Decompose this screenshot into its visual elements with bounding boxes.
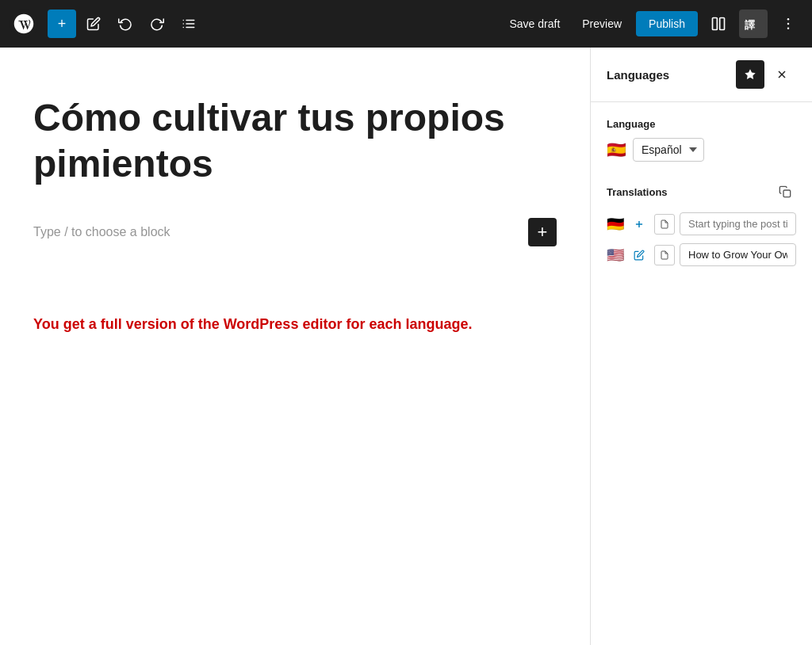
block-placeholder-row: Type / to choose a block + [33, 212, 557, 253]
svg-rect-6 [713, 18, 718, 30]
languages-panel: Languages Language 🇪🇸 [590, 48, 812, 645]
translate-button[interactable]: 譯 [739, 10, 768, 38]
language-select[interactable]: Español English Deutsch Français [633, 138, 704, 162]
main-toolbar: + Save draft Prev [0, 0, 812, 48]
translations-label: Translations [607, 186, 668, 198]
view-toggle-button[interactable] [704, 10, 733, 38]
svg-point-10 [787, 23, 790, 25]
list-view-button[interactable] [174, 10, 203, 38]
translation-doc-en-button[interactable] [654, 245, 675, 265]
translations-header: Translations [607, 181, 796, 203]
edit-tool-button[interactable] [79, 10, 108, 38]
post-title[interactable]: Cómo cultivar tus propios pimientos [33, 95, 557, 186]
doc-icon [660, 219, 669, 229]
pencil-icon [86, 17, 101, 31]
panel-header-actions [736, 60, 796, 89]
wp-logo[interactable] [10, 10, 38, 38]
language-select-row: 🇪🇸 Español English Deutsch Français [607, 138, 796, 162]
svg-marker-12 [745, 69, 755, 79]
add-translation-de-button[interactable] [629, 214, 649, 235]
more-options-icon [780, 16, 796, 32]
selected-language-flag: 🇪🇸 [607, 140, 626, 159]
doc-icon-en [660, 250, 669, 260]
star-icon [744, 68, 756, 81]
copy-icon [779, 185, 791, 198]
panel-body: Language 🇪🇸 Español English Deutsch Fran… [591, 102, 812, 645]
list-view-icon [182, 17, 196, 31]
main-layout: Cómo cultivar tus propios pimientos Type… [0, 48, 812, 645]
translation-row-de: 🇩🇪 [607, 212, 796, 235]
save-draft-button[interactable]: Save draft [501, 13, 568, 35]
translation-doc-de-button[interactable] [654, 214, 675, 235]
editor-area: Cómo cultivar tus propios pimientos Type… [0, 48, 590, 645]
add-icon: + [58, 16, 67, 32]
publish-button[interactable]: Publish [636, 11, 698, 36]
edit-icon [634, 250, 645, 261]
panel-title: Languages [607, 68, 669, 82]
redo-icon [150, 17, 164, 31]
panel-header: Languages [591, 48, 812, 102]
edit-translation-en-button[interactable] [629, 245, 649, 265]
translation-row-en: 🇺🇸 [607, 243, 796, 266]
add-icon [634, 219, 645, 230]
add-block-button[interactable]: + [48, 10, 76, 38]
editor-content: Cómo cultivar tus propios pimientos Type… [2, 48, 588, 364]
svg-text:譯: 譯 [745, 19, 756, 31]
flag-de: 🇩🇪 [607, 216, 624, 233]
block-placeholder-text: Type / to choose a block [33, 225, 170, 239]
language-section-label: Language [607, 118, 796, 130]
toolbar-right: Save draft Preview Publish 譯 [501, 10, 802, 38]
add-block-inline-button[interactable]: + [528, 218, 557, 246]
view-toggle-icon [710, 16, 726, 32]
translate-icon: 譯 [745, 15, 762, 32]
svg-point-11 [787, 28, 790, 30]
undo-button[interactable] [111, 10, 140, 38]
promo-text: You get a full version of the WordPress … [33, 316, 557, 333]
close-panel-button[interactable] [768, 60, 796, 89]
redo-button[interactable] [143, 10, 171, 38]
star-button[interactable] [736, 60, 764, 89]
preview-button[interactable]: Preview [574, 13, 630, 35]
translation-input-de[interactable] [680, 212, 796, 235]
translation-input-en[interactable] [680, 243, 796, 266]
copy-translations-button[interactable] [774, 181, 796, 203]
svg-point-9 [787, 18, 790, 21]
svg-rect-15 [783, 190, 791, 197]
undo-icon [118, 17, 132, 31]
svg-rect-7 [720, 18, 725, 30]
flag-en: 🇺🇸 [607, 246, 624, 264]
more-options-button[interactable] [774, 10, 802, 38]
close-icon [776, 68, 788, 81]
